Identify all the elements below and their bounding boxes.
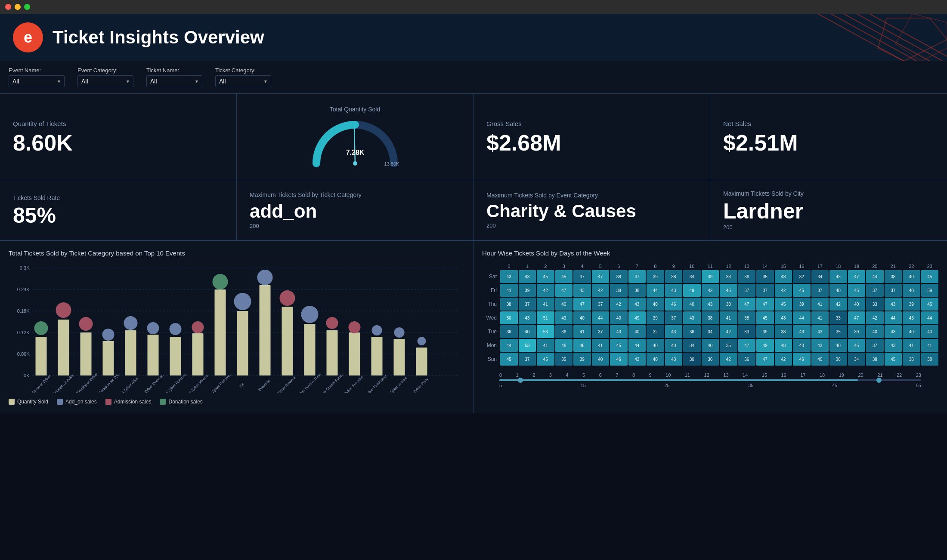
heatmap-cell: 53 [537, 325, 554, 338]
heatmap-cell: 38 [720, 270, 737, 283]
ticket-name-select[interactable]: All [146, 75, 202, 87]
heatmap-cell: 45 [775, 298, 792, 311]
heatmap-row-label: Thu [482, 298, 499, 311]
svg-text:0.24K: 0.24K [17, 287, 30, 292]
heatmap-cell: 43 [519, 311, 536, 324]
svg-line-3 [857, 14, 943, 61]
svg-point-48 [301, 306, 319, 323]
heatmap-cell: 38 [775, 325, 792, 338]
heatmap-cell: 34 [848, 353, 866, 366]
gross-sales-value: $2.68M [486, 132, 561, 154]
heatmap-cell: 42 [775, 284, 792, 297]
slider-bottom-labels: 5 15 25 35 45 55 [499, 383, 921, 388]
heatmap-col-label: 15 [775, 264, 792, 269]
svg-point-8 [353, 161, 357, 166]
heatmap-cell: 39 [921, 284, 939, 297]
heatmap-cell: 40 [903, 284, 920, 297]
legend-addon-label: Add_on sales [65, 399, 97, 405]
heatmap-cell: 43 [665, 353, 683, 366]
legend-admission-sales: Admission sales [105, 399, 152, 405]
event-name-select[interactable]: All [9, 75, 65, 87]
heatmap-col-label: 21 [885, 264, 902, 269]
heatmap-cell: 45 [537, 270, 554, 283]
heatmap-grid: 01234567891011121314151617181920212223Sa… [482, 264, 938, 366]
heatmap-cell: 41 [720, 311, 737, 324]
quantity-tickets-label: Quantity of Tickets [13, 120, 66, 127]
heatmap-cell: 43 [885, 325, 902, 338]
heatmap-cell: 40 [793, 339, 811, 352]
heatmap-cell: 38 [738, 311, 756, 324]
event-category-filter: Event Category: All [77, 67, 133, 87]
heatmap-cell: 43 [628, 353, 646, 366]
heatmap-cell: 43 [519, 270, 536, 283]
max-city-card: Maximum Tickets Sold by City Lardner 200 [710, 180, 947, 240]
tickets-sold-rate-value: 85% [13, 205, 56, 226]
heatmap-cell: 47 [555, 284, 573, 297]
tickets-sold-rate-card: Tickets Sold Rate 85% [0, 180, 237, 240]
legend-addon-dot [57, 399, 63, 405]
heatmap-cell: 41 [573, 325, 591, 338]
heatmap-cell: 43 [628, 298, 646, 311]
heatmap-cell: 43 [610, 325, 628, 338]
svg-text:Zyl: Zyl [238, 382, 245, 388]
svg-point-42 [234, 293, 251, 310]
ticket-name-select-wrapper[interactable]: All [146, 75, 202, 87]
max-ticket-cat-label: Maximum Tickets Sold by Ticket Category [250, 191, 362, 198]
heatmap-cell: 40 [592, 353, 610, 366]
ticket-category-select[interactable]: All [215, 75, 271, 87]
net-sales-card: Net Sales $2.51M [710, 94, 947, 180]
heatmap-cell: 47 [848, 311, 866, 324]
event-name-select-wrapper[interactable]: All [9, 75, 65, 87]
heatmap-cell: 45 [921, 270, 939, 283]
svg-rect-23 [36, 337, 47, 375]
svg-point-54 [372, 325, 382, 335]
heatmap-cell: 40 [866, 325, 884, 338]
heatmap-cell: 41 [903, 339, 920, 352]
heatmap-cell: 39 [793, 298, 811, 311]
heatmap-cell: 32 [647, 325, 664, 338]
bar-chart-title: Total Tickets Sold by Ticket Category ba… [9, 249, 464, 257]
svg-point-30 [102, 329, 115, 341]
heatmap-row-label: Fri [482, 284, 499, 297]
event-category-select-wrapper[interactable]: All [77, 75, 133, 87]
heatmap-cell: 40 [555, 298, 573, 311]
ticket-category-select-wrapper[interactable]: All [215, 75, 271, 87]
svg-point-38 [192, 321, 204, 333]
heatmap-cell: 49 [756, 339, 774, 352]
heatmap-cell: 47 [738, 339, 756, 352]
heatmap-cell: 33 [738, 325, 756, 338]
heatmap-cell: 44 [592, 311, 610, 324]
heatmap-cell: 36 [738, 353, 756, 366]
svg-point-36 [170, 323, 182, 335]
close-button[interactable] [5, 4, 11, 10]
heatmap-cell: 40 [665, 339, 683, 352]
heatmap-col-label: 2 [537, 264, 554, 269]
slider-handle-right[interactable] [876, 378, 882, 383]
bar-chart-svg: 0.3K 0.24K 0.18K 0.12K 0.06K 0K [9, 264, 464, 393]
heatmap-cell: 40 [903, 325, 920, 338]
heatmap-cell: 41 [500, 284, 518, 297]
slider-handle-left[interactable] [518, 378, 523, 383]
heatmap-cell: 43 [775, 270, 792, 283]
kpi-row-1: Quantity of Tickets 8.60K Total Quantity… [0, 93, 947, 180]
heatmap-cell: 49 [702, 270, 719, 283]
svg-rect-37 [192, 333, 204, 375]
slider-area[interactable]: 01234567891011121314151617181920212223 5… [482, 372, 938, 388]
svg-point-56 [394, 327, 405, 338]
svg-text:0.06K: 0.06K [17, 351, 30, 357]
net-sales-label: Net Sales [723, 120, 751, 127]
max-event-cat-value: Charity & Causes [486, 202, 636, 220]
minimize-button[interactable] [15, 4, 21, 10]
event-name-label: Event Name: [9, 67, 65, 74]
maximize-button[interactable] [24, 4, 30, 10]
heatmap-row-label: Sun [482, 353, 499, 366]
heatmap-cell: 41 [537, 298, 554, 311]
slider-track [499, 379, 921, 381]
heatmap-cell: 32 [793, 270, 811, 283]
event-category-select[interactable]: All [77, 75, 133, 87]
svg-text:Zylker Fundraiser: Zylker Fundraiser [364, 374, 387, 393]
heatmap-cell: 42 [866, 311, 884, 324]
window-chrome [0, 0, 947, 14]
heatmap-cell: 35 [555, 353, 573, 366]
heatmap-cell: 46 [573, 339, 591, 352]
